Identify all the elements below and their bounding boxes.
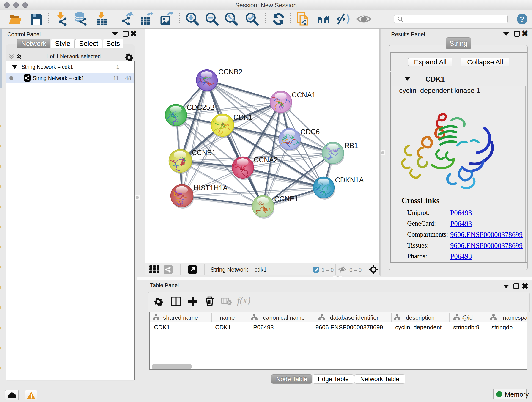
svg-text:CDC25B: CDC25B [187,103,215,111]
svg-text:CDKN1A: CDKN1A [335,176,364,184]
svg-text:CCNB1: CCNB1 [192,149,216,157]
svg-text:CDC6: CDC6 [300,128,320,136]
svg-text:CCNB2: CCNB2 [218,68,242,76]
svg-text:HIST1H1A: HIST1H1A [194,184,228,192]
svg-text:CDK1: CDK1 [234,113,253,121]
svg-text:RB1: RB1 [344,142,358,150]
svg-text:CCNA1: CCNA1 [292,91,316,99]
svg-text:CCNA2: CCNA2 [254,156,278,164]
svg-text:CCNE1: CCNE1 [274,195,298,203]
